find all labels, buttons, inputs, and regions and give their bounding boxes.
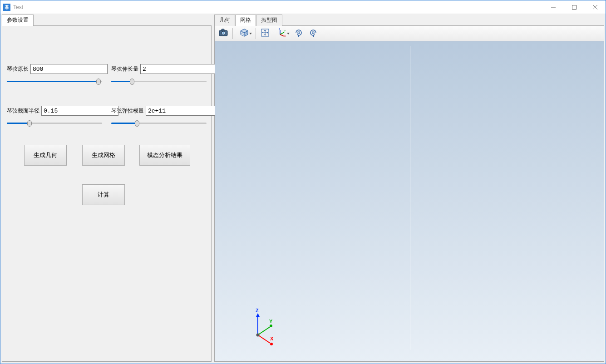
triad-x-label: X — [270, 336, 274, 341]
input-elongation[interactable] — [140, 64, 217, 74]
svg-text:Z: Z — [279, 28, 280, 30]
label-elongation: 琴弦伸长量 — [111, 65, 138, 73]
svg-marker-19 — [256, 313, 260, 317]
toolbar-separator — [256, 28, 256, 39]
parameters-panel: 琴弦原长 琴弦伸长量 — [2, 25, 212, 362]
window-controls — [543, 0, 606, 14]
left-panel: 参数设置 琴弦原长 琴弦伸长量 — [2, 15, 212, 362]
svg-line-11 — [280, 32, 284, 34]
svg-rect-6 — [222, 29, 224, 31]
svg-line-20 — [258, 327, 270, 335]
cube-icon — [240, 28, 249, 39]
mesh-view-container: Z Y X — [214, 25, 604, 362]
fit-view-button[interactable] — [258, 27, 272, 40]
triad-z-label: Z — [256, 308, 259, 313]
maximize-button[interactable] — [564, 0, 585, 14]
triad-y-label: Y — [269, 319, 273, 324]
minimize-button[interactable] — [543, 0, 564, 14]
svg-text:Y: Y — [284, 30, 286, 32]
svg-rect-17 — [312, 32, 314, 34]
view-cube-button[interactable] — [235, 27, 253, 40]
svg-line-22 — [258, 335, 270, 343]
axis-icon: Z Y X — [277, 28, 286, 39]
svg-text:X: X — [284, 34, 286, 37]
input-string-length[interactable] — [30, 64, 108, 74]
right-panel: 几何 网格 振型图 — [214, 15, 604, 362]
mesh-line-geometry — [410, 46, 410, 350]
label-radius: 琴弦截面半径 — [7, 107, 39, 115]
viewport-3d[interactable]: Z Y X — [215, 41, 604, 361]
fit-icon — [261, 28, 270, 39]
param-elongation: 琴弦伸长量 — [111, 64, 207, 85]
camera-icon — [219, 29, 228, 38]
left-tabstrip: 参数设置 — [2, 15, 212, 25]
label-modulus: 琴弦弹性模量 — [111, 107, 144, 115]
tab-mode-shape[interactable]: 振型图 — [256, 15, 282, 26]
screenshot-button[interactable] — [217, 27, 230, 40]
input-radius[interactable] — [41, 106, 118, 116]
toolbar-separator — [232, 28, 233, 39]
svg-rect-16 — [298, 32, 300, 34]
rotate-cw-button[interactable] — [292, 27, 305, 40]
chevron-down-icon — [287, 33, 290, 34]
viewport-toolbar: Z Y X — [215, 26, 604, 41]
right-tabstrip: 几何 网格 振型图 — [214, 15, 604, 25]
title-bar: Test — [0, 0, 606, 14]
label-string-length: 琴弦原长 — [7, 65, 29, 73]
orientation-triad: Z Y X — [242, 308, 283, 349]
slider-modulus[interactable] — [111, 120, 207, 127]
tab-geometry[interactable]: 几何 — [214, 15, 235, 26]
svg-line-12 — [280, 34, 284, 36]
tab-parameters[interactable]: 参数设置 — [2, 15, 34, 26]
input-modulus[interactable] — [146, 106, 223, 116]
svg-point-8 — [222, 32, 224, 34]
generate-geometry-button[interactable]: 生成几何 — [24, 145, 67, 166]
rotate-ccw-button[interactable] — [306, 27, 320, 40]
slider-string-length[interactable] — [7, 79, 102, 85]
rotate-ccw-icon — [309, 28, 318, 39]
modal-result-button[interactable]: 模态分析结果 — [139, 145, 190, 166]
svg-point-23 — [270, 343, 273, 345]
slider-radius[interactable] — [7, 120, 102, 127]
rotate-cw-icon — [294, 28, 303, 39]
app-icon — [3, 4, 10, 11]
param-radius: 琴弦截面半径 — [7, 106, 102, 127]
param-string-length: 琴弦原长 — [7, 64, 102, 85]
chevron-down-icon — [249, 33, 252, 34]
window-title: Test — [13, 4, 23, 10]
tab-mesh[interactable]: 网格 — [235, 15, 256, 26]
work-area: 参数设置 琴弦原长 琴弦伸长量 — [0, 14, 606, 363]
svg-rect-2 — [572, 5, 576, 9]
close-button[interactable] — [585, 0, 606, 14]
compute-button[interactable]: 计算 — [82, 184, 125, 205]
svg-point-24 — [256, 334, 260, 337]
axis-orientation-button[interactable]: Z Y X — [273, 27, 291, 40]
param-modulus: 琴弦弹性模量 — [111, 106, 207, 127]
slider-elongation[interactable] — [111, 79, 207, 85]
svg-point-21 — [270, 325, 272, 327]
generate-mesh-button[interactable]: 生成网格 — [82, 145, 125, 166]
